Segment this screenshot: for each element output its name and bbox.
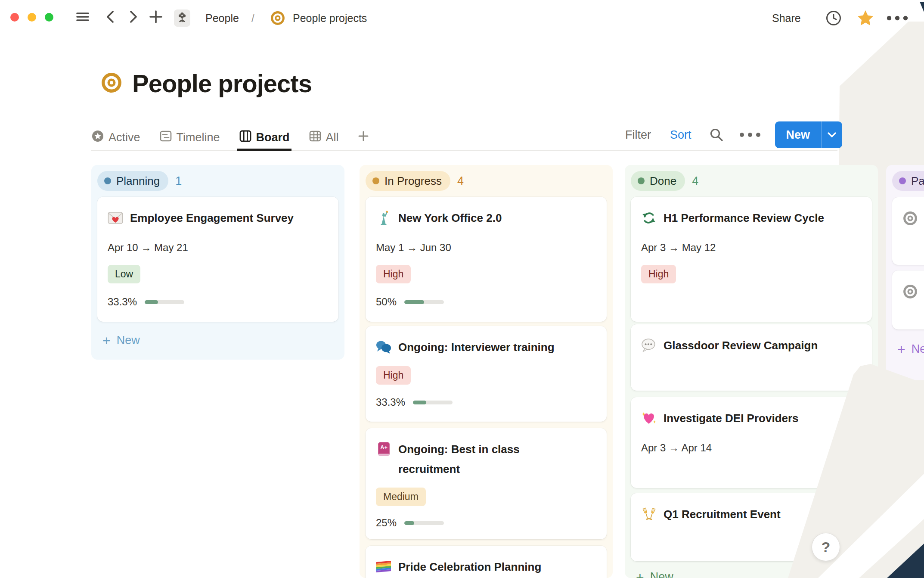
minimize-window-button[interactable] bbox=[28, 13, 36, 22]
card-date-range: Apr 3 → Apr 14 bbox=[641, 442, 712, 454]
new-tab-icon[interactable] bbox=[149, 9, 163, 24]
page-title-icon bbox=[100, 71, 123, 96]
card-title: Pride Celebration Planning bbox=[398, 557, 541, 577]
card-date-range: May 1 → Jun 30 bbox=[376, 242, 451, 254]
add-card-label: New bbox=[912, 342, 924, 356]
card-title: Ongoing: Interviewer training bbox=[398, 337, 555, 357]
card[interactable]: Ongoing: Interviewer trainingHigh33.3% bbox=[366, 326, 607, 422]
breadcrumb-separator: / bbox=[251, 12, 254, 25]
column-label: Paused bbox=[911, 174, 924, 188]
search-icon[interactable] bbox=[709, 127, 724, 143]
card[interactable]: Pride Celebration Planning bbox=[366, 546, 607, 578]
card-title-row bbox=[902, 208, 918, 226]
card-title-row: Q1 Recruitment Event bbox=[641, 504, 781, 524]
share-button[interactable]: Share bbox=[772, 12, 801, 25]
cycle-arrows-icon bbox=[641, 210, 657, 226]
tab-board[interactable]: Board bbox=[239, 124, 290, 151]
card[interactable]: H1 Performance Review CycleApr 3 → May 1… bbox=[631, 197, 872, 322]
favorite-star-icon[interactable] bbox=[856, 9, 875, 28]
add-card-button[interactable]: +New bbox=[636, 570, 673, 578]
tab-add-view[interactable] bbox=[358, 124, 369, 151]
people-team-icon[interactable] bbox=[174, 9, 190, 27]
view-options-icon[interactable] bbox=[740, 133, 760, 137]
new-button-label[interactable]: New bbox=[775, 121, 822, 148]
plus-icon: + bbox=[102, 335, 111, 347]
status-dot-icon bbox=[899, 177, 906, 184]
progress-fill bbox=[145, 300, 158, 304]
card[interactable]: Glassdoor Review Campaign bbox=[631, 324, 872, 391]
card-title-row: Glassdoor Review Campaign bbox=[641, 336, 818, 355]
card-title: H1 Performance Review Cycle bbox=[664, 208, 824, 228]
add-card-button[interactable]: +New bbox=[897, 342, 924, 356]
more-options-icon[interactable] bbox=[886, 16, 908, 21]
priority-pill: High bbox=[376, 265, 411, 283]
card-title: Investigate DEI Providers bbox=[664, 408, 799, 428]
sparkling-heart-icon bbox=[641, 410, 657, 426]
status-dot-icon bbox=[638, 177, 645, 184]
plus-icon: + bbox=[636, 571, 644, 578]
forward-icon[interactable] bbox=[128, 9, 139, 24]
star-circle-icon bbox=[91, 130, 104, 146]
column-header: Paused bbox=[892, 171, 924, 191]
sidebar-menu-icon[interactable] bbox=[75, 9, 90, 24]
progress-fill bbox=[404, 300, 424, 304]
column-paused: Paused+New bbox=[886, 165, 924, 380]
back-icon[interactable] bbox=[105, 9, 116, 24]
priority-pill: Medium bbox=[376, 488, 426, 506]
progress-label: 50% bbox=[376, 296, 397, 308]
column-in-progress: In Progress4New York Office 2.0May 1 → J… bbox=[360, 165, 613, 578]
page-header: People projects bbox=[100, 69, 312, 98]
view-tabs: ActiveTimelineBoardAll bbox=[91, 124, 369, 151]
progress-label: 33.3% bbox=[376, 396, 405, 408]
progress-bar bbox=[145, 300, 184, 304]
card-title-row: Ongoing: Interviewer training bbox=[376, 337, 555, 357]
chevron-down-icon[interactable] bbox=[821, 121, 842, 148]
progress-bar bbox=[404, 521, 444, 525]
progress-row: 33.3% bbox=[108, 295, 184, 309]
card-date-range: Apr 10 → May 21 bbox=[108, 242, 188, 254]
speech-bubbles-icon bbox=[376, 339, 391, 355]
card[interactable] bbox=[892, 270, 924, 329]
a-plus-book-icon: A+ bbox=[376, 441, 391, 457]
statue-of-liberty-icon bbox=[376, 210, 391, 226]
card[interactable]: Employee Engagement SurveyApr 10 → May 2… bbox=[97, 197, 338, 322]
add-card-button[interactable]: +New bbox=[102, 334, 140, 347]
card-title-row: H1 Performance Review Cycle bbox=[641, 208, 824, 228]
card-title-row: Investigate DEI Providers bbox=[641, 408, 799, 428]
breadcrumb-root[interactable]: People bbox=[205, 12, 239, 25]
card-title: Q1 Recruitment Event bbox=[664, 504, 781, 524]
column-planning: Planning1Employee Engagement SurveyApr 1… bbox=[91, 165, 344, 360]
add-view-icon[interactable] bbox=[358, 131, 369, 145]
column-label: Done bbox=[650, 174, 676, 188]
card[interactable] bbox=[892, 197, 924, 265]
close-window-button[interactable] bbox=[10, 13, 19, 22]
column-status-pill[interactable]: In Progress bbox=[366, 171, 450, 191]
breadcrumb-page[interactable]: People projects bbox=[293, 12, 367, 25]
page-title[interactable]: People projects bbox=[132, 69, 312, 98]
sort-button[interactable]: Sort bbox=[670, 128, 691, 142]
column-count: 4 bbox=[692, 174, 698, 188]
priority-pill: High bbox=[641, 265, 676, 283]
add-card-label: New bbox=[650, 570, 673, 578]
column-status-pill[interactable]: Paused bbox=[892, 171, 924, 191]
card[interactable]: A+Ongoing: Best in class recruitmentMedi… bbox=[366, 428, 607, 539]
column-status-pill[interactable]: Planning bbox=[97, 171, 168, 191]
column-header: Done4 bbox=[631, 171, 698, 191]
tab-label: Board bbox=[256, 131, 290, 144]
new-button[interactable]: New bbox=[775, 121, 843, 148]
progress-fill bbox=[404, 521, 414, 525]
clock-icon[interactable] bbox=[825, 9, 842, 27]
card[interactable]: New York Office 2.0May 1 → Jun 30High50% bbox=[366, 197, 607, 322]
column-status-pill[interactable]: Done bbox=[631, 171, 685, 191]
filter-button[interactable]: Filter bbox=[625, 128, 651, 142]
progress-bar bbox=[404, 300, 444, 304]
help-button[interactable]: ? bbox=[812, 533, 840, 561]
tab-timeline[interactable]: Timeline bbox=[159, 124, 220, 151]
tab-active[interactable]: Active bbox=[91, 124, 140, 151]
column-count: 1 bbox=[175, 174, 182, 188]
zoom-window-button[interactable] bbox=[45, 13, 53, 22]
card-title: Glassdoor Review Campaign bbox=[664, 336, 818, 355]
timeline-icon bbox=[159, 130, 172, 146]
tab-all[interactable]: All bbox=[309, 124, 339, 151]
board-icon bbox=[239, 130, 252, 146]
